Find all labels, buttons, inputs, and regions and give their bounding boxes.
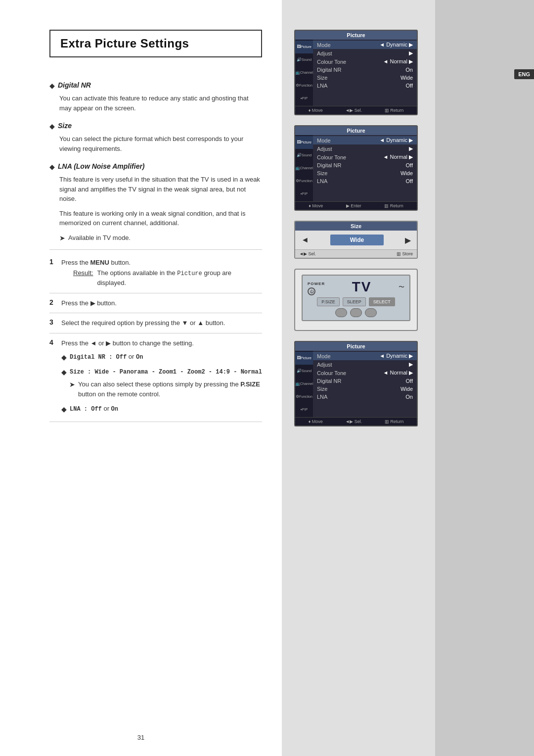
menu2-icons: 🖼Picture 🔊Sound 📺Channel ⚙Function ▪PIP <box>295 135 313 201</box>
menu-screenshot-5: Picture 🖼Picture 🔊Sound 📺Channel ⚙Functi… <box>294 341 418 426</box>
menu2-title: Picture <box>295 126 417 135</box>
page-title: Extra Picture Settings <box>60 37 251 50</box>
sound-icon-2: 🔊Sound <box>295 149 313 162</box>
psize-bold: P.SIZE <box>240 380 260 388</box>
sound-icon-5: 🔊Sound <box>295 365 313 378</box>
digital-nr-heading: Digital NR <box>58 81 91 89</box>
size-selector: Size ◄ Wide ▶ ◄▶ Sel. ▥ Store <box>294 221 418 259</box>
title-box: Extra Picture Settings <box>49 30 262 57</box>
digital-nr-section: ◆ Digital NR <box>49 81 262 90</box>
tv-wifi-icon: 〜 <box>399 283 404 291</box>
menu2-row-adjust: Adjust ▶ <box>313 144 417 153</box>
steps-section: 1 Press the MENU button. Result: The opt… <box>49 258 262 423</box>
size-opt-text: Size : Wide - Panorama - Zoom1 - Zoom2 -… <box>70 367 262 377</box>
bullet-icon-digital-nr: ◆ <box>49 82 55 90</box>
menu2-row-size: Size Wide <box>313 169 417 177</box>
function-icon-5: ⚙Function <box>295 390 313 403</box>
picture-icon-2: 🖼Picture <box>295 136 313 149</box>
size-left-arrow: ◄ <box>301 236 309 244</box>
psize-note-text: You can also select these options simply… <box>78 379 262 399</box>
menu5-row-mode: Mode ◄ Dynamic ▶ <box>313 352 417 360</box>
left-content: Extra Picture Settings ◆ Digital NR You … <box>0 0 282 756</box>
size-footer: ◄▶ Sel. ▥ Store <box>295 249 417 258</box>
step-2-content: Press the ▶ button. <box>61 298 117 308</box>
size-body: ◄ Wide ▶ <box>295 231 417 249</box>
menu5-row-lna: LNA On <box>313 393 417 401</box>
pip-icon-5: ▪PIP <box>295 403 313 416</box>
menu2-body: 🖼Picture 🔊Sound 📺Channel ⚙Function ▪PIP … <box>295 135 417 201</box>
digital-nr-body: You can activate this feature to reduce … <box>59 94 262 113</box>
menu5-content: Mode ◄ Dynamic ▶ Adjust ▶ Colour Tone ◄ … <box>313 351 417 417</box>
tv-screen: POWER ⏻ TV 〜 P.SIZE SLEEP SELECT <box>302 275 410 321</box>
menu5-footer: ♦ Move ◄▶ Sel. ▥ Return <box>295 417 417 425</box>
tv-small-btn-1 <box>335 308 347 317</box>
bullet-diamond-size: ◆ <box>61 367 67 378</box>
step-number-1: 1 <box>49 258 61 266</box>
menu-screenshot-1: Picture 🖼Picture 🔊Sound 📺Channel ⚙Functi… <box>294 30 418 115</box>
menu1-row-mode: Mode ◄ Dynamic ▶ <box>313 41 417 49</box>
step-1: 1 Press the MENU button. Result: The opt… <box>49 258 262 293</box>
available-note: ➤ Available in TV mode. <box>59 233 262 243</box>
bullet-diamond-lna: ◆ <box>61 404 67 415</box>
tv-small-btn-2 <box>350 308 362 317</box>
function-icon-2: ⚙Function <box>295 175 313 188</box>
size-footer-left: ◄▶ Sel. <box>299 251 316 256</box>
step-number-2: 2 <box>49 298 61 306</box>
menu-bold: MENU <box>90 259 109 266</box>
size-heading: Size <box>58 122 72 130</box>
lna-opt: ◆ LNA : Off or On <box>61 404 262 415</box>
size-footer-right: ▥ Store <box>397 251 413 256</box>
menu2-row-lna: LNA Off <box>313 177 417 185</box>
lna-opt-text: LNA : Off or On <box>70 404 118 414</box>
size-title: Size <box>295 222 417 231</box>
picture-icon-5: 🖼Picture <box>295 352 313 365</box>
menu5-row-digital-nr: Digital NR Off <box>313 377 417 385</box>
step-3: 3 Select the required option by pressing… <box>49 318 262 333</box>
lna-section: ◆ LNA (Low Noise Amplifier) <box>49 162 262 171</box>
digital-nr-opt-text: Digital NR : Off or On <box>70 352 143 362</box>
tv-small-btns <box>308 308 404 317</box>
psize-note: ➤ You can also select these options simp… <box>69 379 262 399</box>
arrow-icon-psize: ➤ <box>69 379 75 390</box>
channel-icon-5: 📺Channel <box>295 378 313 390</box>
right-sidebar: Picture 🖼Picture 🔊Sound 📺Channel ⚙Functi… <box>282 0 435 756</box>
menu1-row-digital-nr: Digital NR On <box>313 66 417 74</box>
bullet-icon-size: ◆ <box>49 122 55 130</box>
lna-body2: This feature is working only in a weak s… <box>59 209 262 228</box>
menu2-content: Mode ◄ Dynamic ▶ Adjust ▶ Colour Tone ◄ … <box>313 135 417 201</box>
size-value: Wide <box>330 235 384 245</box>
step-1-content: Press the MENU button. Result: The optio… <box>61 258 262 288</box>
far-right-strip: ENG <box>435 0 534 756</box>
menu2-row-digital-nr: Digital NR Off <box>313 161 417 169</box>
menu1-row-colour: Colour Tone ◄ Normal ▶ <box>313 57 417 66</box>
pip-icon-1: ▪PIP <box>295 92 313 105</box>
menu-screenshot-2: Picture 🖼Picture 🔊Sound 📺Channel ⚙Functi… <box>294 125 418 211</box>
menu1-footer: ♦ Move ◄▶ Sel. ▥ Return <box>295 106 417 114</box>
menu5-title: Picture <box>295 342 417 351</box>
step-4-content: Press the ◄ or ▶ button to change the se… <box>61 338 262 417</box>
menu2-row-mode: Mode ◄ Dynamic ▶ <box>313 136 417 144</box>
tv-btn-psize: P.SIZE <box>317 297 339 306</box>
tv-small-btn-3 <box>365 308 377 317</box>
channel-icon-2: 📺Channel <box>295 162 313 175</box>
menu1-body: 🖼Picture 🔊Sound 📺Channel ⚙Function ▪PIP … <box>295 40 417 106</box>
tv-brand-name: TV <box>325 279 399 295</box>
eng-badge: ENG <box>514 69 534 79</box>
menu1-title: Picture <box>295 31 417 40</box>
digital-nr-opt: ◆ Digital NR : Off or On <box>61 352 262 363</box>
step-number-4: 4 <box>49 338 61 346</box>
lna-body1: This feature is very useful in the situa… <box>59 175 262 204</box>
size-opt: ◆ Size : Wide - Panorama - Zoom1 - Zoom2… <box>61 367 262 378</box>
arrow-right-icon: ➤ <box>59 233 65 243</box>
function-icon-1: ⚙Function <box>295 79 313 92</box>
size-section: ◆ Size <box>49 122 262 130</box>
menu5-row-adjust: Adjust ▶ <box>313 360 417 369</box>
menu5-icons: 🖼Picture 🔊Sound 📺Channel ⚙Function ▪PIP <box>295 351 313 417</box>
tv-brand-row: POWER ⏻ TV 〜 <box>308 279 404 295</box>
menu1-row-adjust: Adjust ▶ <box>313 49 417 57</box>
size-right-arrow: ▶ <box>405 236 411 245</box>
step-1-result: Result: The options available in the Pic… <box>73 268 262 288</box>
result-label: Result: <box>73 268 93 288</box>
pip-icon-2: ▪PIP <box>295 188 313 200</box>
bullet-diamond-digital-nr: ◆ <box>61 352 67 363</box>
